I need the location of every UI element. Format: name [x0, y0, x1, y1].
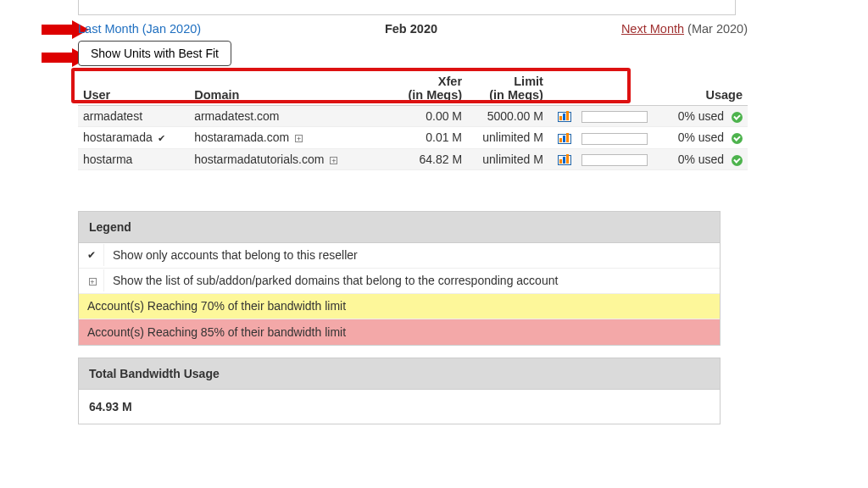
- legend-reseller-accounts: Show only accounts that belong to this r…: [104, 243, 366, 267]
- legend-subdomains: Show the list of sub/addon/parked domain…: [104, 269, 566, 292]
- user-cell: armadatest: [78, 106, 189, 127]
- check-icon: ✔: [158, 133, 165, 143]
- show-units-best-fit-button[interactable]: Show Units with Best Fit: [78, 41, 231, 66]
- total-panel: Total Bandwidth Usage 64.93 M: [78, 358, 721, 424]
- chart-link[interactable]: [548, 106, 576, 127]
- col-usage[interactable]: Usage: [654, 71, 748, 106]
- usage-bar: [576, 106, 654, 127]
- ok-icon: [732, 112, 743, 123]
- chart-icon: [558, 155, 571, 165]
- limit-cell: unlimited M: [467, 127, 548, 148]
- annotation-arrow-1: [40, 19, 82, 37]
- domain-cell[interactable]: hostaramada.com +: [189, 127, 386, 148]
- total-title: Total Bandwidth Usage: [79, 358, 720, 390]
- col-user[interactable]: User: [78, 71, 189, 106]
- ok-icon: [732, 155, 743, 166]
- chart-icon: [558, 134, 571, 144]
- domain-cell[interactable]: armadatest.com: [189, 106, 386, 127]
- limit-cell: 5000.00 M: [467, 106, 548, 127]
- table-row: hostarmahostarmadatutorials.com +64.82 M…: [78, 148, 748, 169]
- usage-bar: [576, 148, 654, 169]
- bandwidth-table: User Domain Xfer(in Megs) Limit(in Megs)…: [78, 71, 748, 170]
- legend-70pct: Account(s) Reaching 70% of their bandwid…: [79, 294, 354, 318]
- current-month: Feb 2020: [385, 22, 437, 36]
- legend-panel: Legend ✔ Show only accounts that belong …: [78, 211, 721, 346]
- total-value: 64.93 M: [79, 390, 720, 424]
- chart-link[interactable]: [548, 127, 576, 148]
- chart-icon: [558, 112, 571, 122]
- user-cell: hostaramada ✔: [78, 127, 189, 148]
- col-xfer[interactable]: Xfer(in Megs): [386, 71, 467, 106]
- user-cell: hostarma: [78, 148, 189, 169]
- limit-cell: unlimited M: [467, 148, 548, 169]
- check-icon: ✔: [79, 244, 104, 266]
- xfer-cell: 0.01 M: [386, 127, 467, 148]
- month-nav: Last Month (Jan 2020) Feb 2020 Next Mont…: [78, 22, 748, 36]
- domain-cell[interactable]: hostarmadatutorials.com +: [189, 148, 386, 169]
- expand-icon[interactable]: +: [330, 157, 337, 164]
- usage-bar: [576, 127, 654, 148]
- chart-link[interactable]: [548, 148, 576, 169]
- usage-cell: 0% used: [654, 106, 748, 127]
- plus-icon: +: [79, 269, 104, 291]
- col-limit[interactable]: Limit(in Megs): [467, 71, 548, 106]
- last-month-link[interactable]: Last Month (Jan 2020): [78, 22, 201, 36]
- usage-cell: 0% used: [654, 148, 748, 169]
- top-panel-bottom: [78, 0, 736, 15]
- expand-icon[interactable]: +: [295, 135, 303, 142]
- col-domain[interactable]: Domain: [189, 71, 386, 106]
- next-month-link[interactable]: Next Month: [621, 22, 684, 36]
- annotation-arrow-2: [40, 47, 82, 65]
- xfer-cell: 0.00 M: [386, 106, 467, 127]
- xfer-cell: 64.82 M: [386, 148, 467, 169]
- table-row: hostaramada ✔hostaramada.com +0.01 Munli…: [78, 127, 748, 148]
- usage-cell: 0% used: [654, 127, 748, 148]
- ok-icon: [732, 133, 743, 144]
- legend-title: Legend: [79, 212, 720, 243]
- table-row: armadatestarmadatest.com0.00 M5000.00 M0…: [78, 106, 748, 127]
- legend-85pct: Account(s) Reaching 85% of their bandwid…: [79, 320, 354, 344]
- next-month-paren: (Mar 2020): [684, 22, 748, 36]
